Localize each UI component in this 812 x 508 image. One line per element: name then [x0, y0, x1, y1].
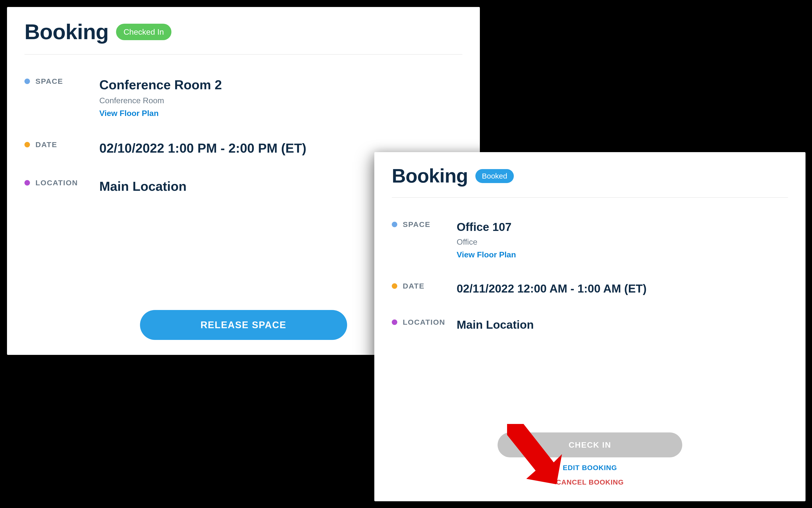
- row-space: SPACE Conference Room 2 Conference Room …: [25, 77, 462, 118]
- label-text: LOCATION: [35, 178, 78, 187]
- location-value: Main Location: [457, 318, 788, 332]
- space-type: Office: [457, 238, 788, 247]
- dot-icon: [25, 180, 30, 185]
- label-space: SPACE: [25, 77, 99, 86]
- card-actions: CHECK IN EDIT BOOKING CANCEL BOOKING: [374, 432, 806, 486]
- page-title: Booking: [392, 165, 468, 187]
- label-text: SPACE: [35, 77, 63, 86]
- view-floor-plan-link[interactable]: View Floor Plan: [457, 250, 516, 259]
- cancel-booking-link[interactable]: CANCEL BOOKING: [556, 478, 624, 486]
- card-header: Booking Booked: [392, 165, 788, 198]
- label-location: LOCATION: [25, 178, 99, 187]
- label-date: DATE: [392, 282, 457, 290]
- booking-card-booked: Booking Booked SPACE Office 107 Office V…: [374, 152, 806, 501]
- label-space: SPACE: [392, 220, 457, 229]
- release-space-button[interactable]: RELEASE SPACE: [140, 310, 347, 340]
- dot-icon: [392, 283, 397, 289]
- space-name: Office 107: [457, 220, 788, 234]
- status-badge: Checked In: [116, 24, 171, 40]
- row-date: DATE 02/11/2022 12:00 AM - 1:00 AM (ET): [392, 282, 788, 296]
- dot-icon: [392, 222, 397, 227]
- value-space: Conference Room 2 Conference Room View F…: [99, 77, 462, 118]
- dot-icon: [25, 79, 30, 84]
- space-type: Conference Room: [99, 96, 462, 105]
- status-badge: Booked: [475, 169, 514, 183]
- view-floor-plan-link[interactable]: View Floor Plan: [99, 109, 159, 118]
- label-text: SPACE: [403, 220, 431, 229]
- dot-icon: [392, 320, 397, 325]
- row-space: SPACE Office 107 Office View Floor Plan: [392, 220, 788, 259]
- dot-icon: [25, 142, 30, 147]
- space-name: Conference Room 2: [99, 77, 462, 92]
- label-text: LOCATION: [403, 318, 445, 327]
- value-date: 02/11/2022 12:00 AM - 1:00 AM (ET): [457, 282, 788, 296]
- value-location: Main Location: [457, 318, 788, 332]
- label-date: DATE: [25, 140, 99, 149]
- label-text: DATE: [403, 282, 424, 290]
- edit-booking-link[interactable]: EDIT BOOKING: [563, 464, 617, 472]
- label-text: DATE: [35, 140, 57, 149]
- page-title: Booking: [25, 19, 109, 44]
- card-header: Booking Checked In: [25, 19, 462, 55]
- row-location: LOCATION Main Location: [392, 318, 788, 332]
- value-space: Office 107 Office View Floor Plan: [457, 220, 788, 259]
- check-in-button[interactable]: CHECK IN: [497, 432, 682, 457]
- label-location: LOCATION: [392, 318, 457, 327]
- date-value: 02/11/2022 12:00 AM - 1:00 AM (ET): [457, 282, 788, 296]
